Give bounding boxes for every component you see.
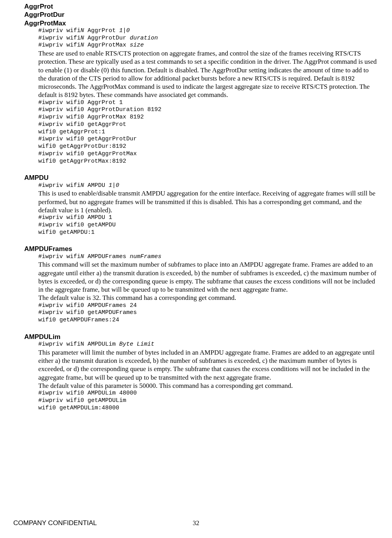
syntax-line: #iwpriv wifiN AMPDUFrames numFrames xyxy=(38,253,378,261)
example-block: #iwpriv wifi0 AggrProt 1 #iwpriv wifi0 A… xyxy=(38,99,378,165)
syntax-line: #iwpriv wifiN AMPDULim Byte Limit xyxy=(38,341,378,348)
section-body: #iwpriv wifiN AMPDUFrames numFramesThis … xyxy=(38,253,378,324)
command-heading: AggrProtMax xyxy=(24,19,378,27)
paragraph: This command will set the maximum number… xyxy=(38,260,378,294)
example-block: #iwpriv wifi0 AMPDUFrames 24 #iwpriv wif… xyxy=(38,302,378,324)
example-block: #iwpriv wifi0 AMPDU 1 #iwpriv wifi0 getA… xyxy=(38,214,378,236)
command-heading: AggrProt xyxy=(24,2,378,11)
paragraph: This parameter will limit the number of … xyxy=(38,348,378,382)
paragraph: These are used to enable RTS/CTS protect… xyxy=(38,49,378,99)
example-block: #iwpriv wifi0 AMPDULim 48000 #iwpriv wif… xyxy=(38,390,378,412)
section-body: #iwpriv wifiN AMPDU 1|0This is used to e… xyxy=(38,182,378,237)
footer-page-number: 32 xyxy=(0,519,392,527)
section-body: #iwpriv wifiN AggrProt 1|0#iwpriv wifiN … xyxy=(38,27,378,165)
section-body: #iwpriv wifiN AMPDULim Byte LimitThis pa… xyxy=(38,341,378,412)
command-heading: AMPDU xyxy=(24,174,378,182)
command-heading: AMPDULim xyxy=(24,333,378,341)
paragraph: This is used to enable/disable transmit … xyxy=(38,189,378,214)
command-heading: AMPDUFrames xyxy=(24,245,378,253)
syntax-line: #iwpriv wifiN AggrProtMax size xyxy=(38,42,378,49)
syntax-line: #iwpriv wifiN AggrProtDur duration xyxy=(38,35,378,42)
syntax-line: #iwpriv wifiN AggrProt 1|0 xyxy=(38,27,378,35)
syntax-line: #iwpriv wifiN AMPDU 1|0 xyxy=(38,182,378,190)
command-heading: AggrProtDur xyxy=(24,11,378,19)
paragraph: The default value of this parameter is 5… xyxy=(38,382,378,390)
paragraph: The default value is 32. This command ha… xyxy=(38,294,378,302)
